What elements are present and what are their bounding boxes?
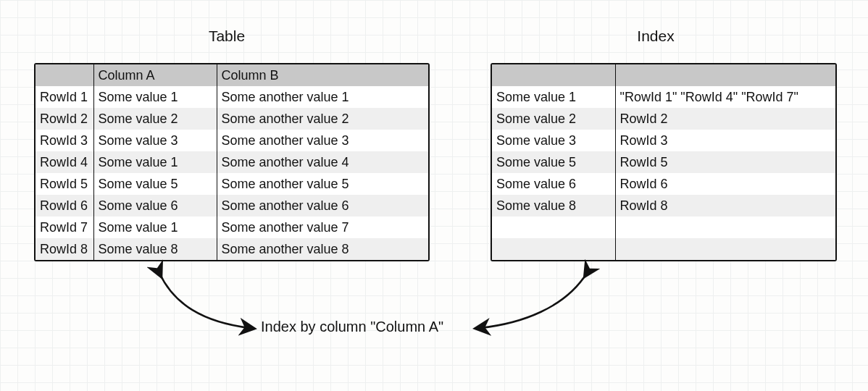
index-row: Some value 2RowId 2 xyxy=(492,108,835,130)
table-header: Column A xyxy=(93,64,217,86)
index-header xyxy=(615,64,835,86)
index-row: Some value 3RowId 3 xyxy=(492,130,835,151)
index-value: "RowId 1" "RowId 4" "RowId 7" xyxy=(615,86,835,108)
index-key: Some value 3 xyxy=(492,130,615,151)
table-header xyxy=(36,64,93,86)
cell-colA: Some value 1 xyxy=(93,86,217,108)
index-value: RowId 6 xyxy=(615,173,835,195)
index-row: Some value 5RowId 5 xyxy=(492,151,835,173)
cell-colB: Some another value 1 xyxy=(217,86,428,108)
cell-colB: Some another value 3 xyxy=(217,130,428,151)
cell-colA: Some value 8 xyxy=(93,238,217,260)
index-row: Some value 8RowId 8 xyxy=(492,195,835,216)
table-row: RowId 7Some value 1Some another value 7 xyxy=(36,216,428,238)
cell-colB: Some another value 7 xyxy=(217,216,428,238)
cell-rowid: RowId 1 xyxy=(36,86,93,108)
cell-rowid: RowId 7 xyxy=(36,216,93,238)
empty-cell xyxy=(615,238,835,260)
arrow-right-icon xyxy=(471,264,601,344)
cell-colB: Some another value 6 xyxy=(217,195,428,216)
index-row: Some value 1"RowId 1" "RowId 4" "RowId 7… xyxy=(492,86,835,108)
cell-colA: Some value 5 xyxy=(93,173,217,195)
cell-rowid: RowId 6 xyxy=(36,195,93,216)
cell-colB: Some another value 8 xyxy=(217,238,428,260)
index-key: Some value 5 xyxy=(492,151,615,173)
index-value: RowId 2 xyxy=(615,108,835,130)
index-title: Index xyxy=(612,28,699,45)
table-row: RowId 4Some value 1Some another value 4 xyxy=(36,151,428,173)
cell-rowid: RowId 2 xyxy=(36,108,93,130)
index-key: Some value 2 xyxy=(492,108,615,130)
empty-cell xyxy=(492,216,615,238)
table-title: Table xyxy=(183,28,270,45)
main-table: Column A Column B RowId 1Some value 1Som… xyxy=(34,63,430,261)
cell-colA: Some value 2 xyxy=(93,108,217,130)
index-row: Some value 6RowId 6 xyxy=(492,173,835,195)
table-row: RowId 5Some value 5Some another value 5 xyxy=(36,173,428,195)
cell-rowid: RowId 5 xyxy=(36,173,93,195)
arrow-left-icon xyxy=(145,264,261,344)
cell-colA: Some value 1 xyxy=(93,151,217,173)
index-header xyxy=(492,64,615,86)
index-key: Some value 6 xyxy=(492,173,615,195)
index-row-empty xyxy=(492,216,835,238)
empty-cell xyxy=(492,238,615,260)
index-key: Some value 1 xyxy=(492,86,615,108)
index-table: Some value 1"RowId 1" "RowId 4" "RowId 7… xyxy=(491,63,837,261)
cell-rowid: RowId 8 xyxy=(36,238,93,260)
table-header-row: Column A Column B xyxy=(36,64,428,86)
table-row: RowId 3Some value 3Some another value 3 xyxy=(36,130,428,151)
index-header-row xyxy=(492,64,835,86)
index-value: RowId 8 xyxy=(615,195,835,216)
cell-colA: Some value 1 xyxy=(93,216,217,238)
table-row: RowId 1Some value 1Some another value 1 xyxy=(36,86,428,108)
cell-colB: Some another value 5 xyxy=(217,173,428,195)
table-row: RowId 8Some value 8Some another value 8 xyxy=(36,238,428,260)
empty-cell xyxy=(615,216,835,238)
index-key: Some value 8 xyxy=(492,195,615,216)
cell-rowid: RowId 3 xyxy=(36,130,93,151)
table-row: RowId 6Some value 6Some another value 6 xyxy=(36,195,428,216)
table-header: Column B xyxy=(217,64,428,86)
table-row: RowId 2Some value 2Some another value 2 xyxy=(36,108,428,130)
caption-text: Index by column "Column A" xyxy=(261,319,478,335)
index-value: RowId 3 xyxy=(615,130,835,151)
cell-colA: Some value 6 xyxy=(93,195,217,216)
index-value: RowId 5 xyxy=(615,151,835,173)
cell-colA: Some value 3 xyxy=(93,130,217,151)
cell-colB: Some another value 2 xyxy=(217,108,428,130)
index-row-empty xyxy=(492,238,835,260)
cell-rowid: RowId 4 xyxy=(36,151,93,173)
cell-colB: Some another value 4 xyxy=(217,151,428,173)
